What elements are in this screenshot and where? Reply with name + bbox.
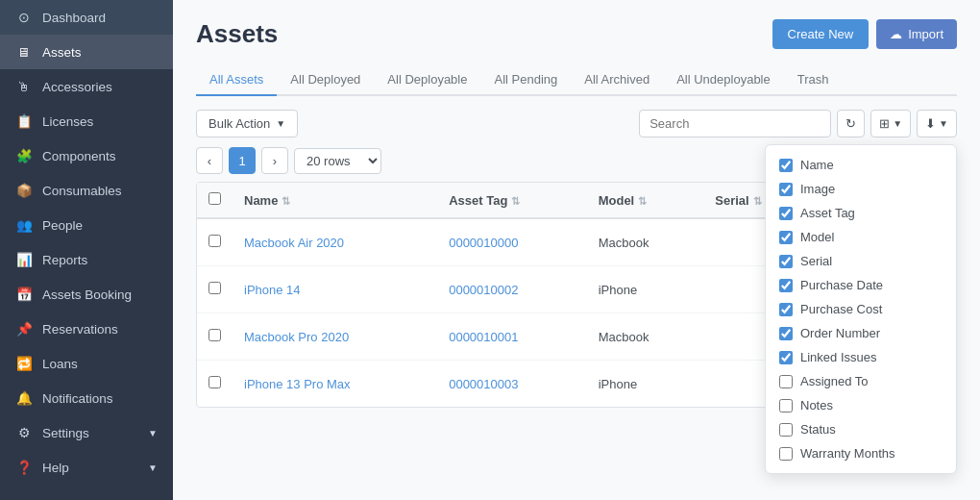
sort-icon: ⇅ xyxy=(282,195,290,207)
row-checkbox[interactable] xyxy=(208,376,221,388)
bulk-action-button[interactable]: Bulk Action ▼ xyxy=(196,110,298,138)
row-checkbox[interactable] xyxy=(208,235,221,247)
sort-icon: ⇅ xyxy=(511,195,520,207)
row-checkbox[interactable] xyxy=(208,282,221,294)
col-toggle-purchase-cost[interactable]: Purchase Cost xyxy=(766,297,956,321)
asset-tag-link[interactable]: 0000010003 xyxy=(449,377,518,391)
tab-all-assets[interactable]: All Assets xyxy=(196,64,277,96)
col-toggle-name[interactable]: Name xyxy=(766,153,956,177)
col-label: Warranty Months xyxy=(800,446,895,461)
sidebar-item-licenses[interactable]: 📋 Licenses xyxy=(0,104,173,138)
columns-toggle-button[interactable]: ⊞ ▼ xyxy=(870,110,911,138)
col-checkbox-serial[interactable] xyxy=(779,255,793,268)
col-header-asset-tag[interactable]: Asset Tag⇅ xyxy=(437,183,587,218)
next-page-button[interactable]: › xyxy=(261,147,288,174)
asset-tag-link[interactable]: 0000010002 xyxy=(449,283,518,297)
title-actions: Create New ☁ Import xyxy=(772,19,957,49)
col-toggle-serial[interactable]: Serial xyxy=(766,249,956,273)
create-new-button[interactable]: Create New xyxy=(772,19,870,49)
tab-trash[interactable]: Trash xyxy=(784,64,843,96)
asset-name-link[interactable]: Macbook Air 2020 xyxy=(244,236,344,250)
col-checkbox-warranty-months[interactable] xyxy=(779,447,793,461)
people-icon: 👥 xyxy=(15,216,33,234)
asset-tag-cell: 0000010002 xyxy=(437,266,587,313)
sidebar-item-components[interactable]: 🧩 Components xyxy=(0,138,173,173)
col-checkbox-name[interactable] xyxy=(779,159,793,172)
tab-all-deployable[interactable]: All Deployable xyxy=(374,64,480,96)
dashboard-icon: ⊙ xyxy=(15,9,33,26)
expand-icon: ▼ xyxy=(148,462,158,473)
reservations-icon: 📌 xyxy=(15,320,33,338)
sidebar-item-assets[interactable]: 🖥 Assets xyxy=(0,35,173,69)
asset-tag-link[interactable]: 0000010000 xyxy=(449,236,518,250)
col-checkbox-model[interactable] xyxy=(779,231,793,244)
col-label: Purchase Cost xyxy=(800,302,882,316)
col-toggle-model[interactable]: Model xyxy=(766,225,956,249)
col-header-name[interactable]: Name⇅ xyxy=(233,183,437,218)
col-checkbox-purchase-cost[interactable] xyxy=(779,303,793,316)
prev-page-button[interactable]: ‹ xyxy=(196,147,223,174)
col-toggle-order-number[interactable]: Order Number xyxy=(766,321,956,345)
asset-name-link[interactable]: iPhone 14 xyxy=(244,283,301,297)
col-toggle-warranty-months[interactable]: Warranty Months xyxy=(766,441,956,465)
col-toggle-purchase-date[interactable]: Purchase Date xyxy=(766,273,956,297)
export-button[interactable]: ⬇ ▼ xyxy=(917,110,957,138)
col-checkbox-notes[interactable] xyxy=(779,399,793,412)
col-checkbox-linked-issues[interactable] xyxy=(779,351,793,364)
header-select-all xyxy=(197,183,233,218)
sidebar-item-assets-booking[interactable]: 📅 Assets Booking xyxy=(0,277,173,312)
import-button[interactable]: ☁ Import xyxy=(876,19,957,49)
tab-all-pending[interactable]: All Pending xyxy=(480,64,571,96)
col-toggle-asset-tag[interactable]: Asset Tag xyxy=(766,201,956,225)
asset-name-link[interactable]: iPhone 13 Pro Max xyxy=(244,377,351,391)
sidebar-item-people[interactable]: 👥 People xyxy=(0,208,173,242)
sidebar-item-notifications[interactable]: 🔔 Notifications xyxy=(0,381,173,415)
tab-all-archived[interactable]: All Archived xyxy=(571,64,663,96)
col-header-model[interactable]: Model⇅ xyxy=(587,183,704,218)
page-title: Assets xyxy=(196,19,278,49)
row-checkbox[interactable] xyxy=(208,329,221,341)
columns-icon: ⊞ xyxy=(879,116,890,131)
col-toggle-assigned-to[interactable]: Assigned To xyxy=(766,369,956,393)
sidebar-item-dashboard[interactable]: ⊙ Dashboard xyxy=(0,0,173,35)
sidebar-item-help[interactable]: ❓ Help ▼ xyxy=(0,450,173,485)
rows-per-page-select[interactable]: 20 rows50 rows100 rows xyxy=(294,148,381,174)
current-page: 1 xyxy=(229,147,256,174)
sidebar-item-reservations[interactable]: 📌 Reservations xyxy=(0,312,173,346)
select-all-checkbox[interactable] xyxy=(208,192,221,205)
refresh-button[interactable]: ↻ xyxy=(837,110,865,138)
col-label: Image xyxy=(800,182,835,196)
asset-name-cell: iPhone 13 Pro Max xyxy=(233,361,437,408)
asset-tag-link[interactable]: 0000010001 xyxy=(449,330,518,344)
tab-all-undeployable[interactable]: All Undeployable xyxy=(663,64,784,96)
asset-tag-cell: 0000010000 xyxy=(437,218,587,266)
licenses-icon: 📋 xyxy=(15,112,33,130)
sidebar-label-help: Help xyxy=(42,461,69,475)
col-toggle-image[interactable]: Image xyxy=(766,177,956,201)
sidebar-item-settings[interactable]: ⚙ Settings ▼ xyxy=(0,415,173,450)
col-checkbox-status[interactable] xyxy=(779,423,793,437)
asset-name-cell: iPhone 14 xyxy=(233,266,437,313)
col-checkbox-purchase-date[interactable] xyxy=(779,279,793,292)
asset-name-link[interactable]: Macbook Pro 2020 xyxy=(244,330,349,344)
title-row: Assets Create New ☁ Import xyxy=(196,19,957,49)
col-checkbox-order-number[interactable] xyxy=(779,327,793,340)
main-content: Assets Create New ☁ Import All AssetsAll… xyxy=(173,0,980,500)
chevron-down-icon: ▼ xyxy=(893,118,902,129)
col-checkbox-asset-tag[interactable] xyxy=(779,207,793,220)
col-label: Asset Tag xyxy=(800,206,855,220)
sidebar-item-loans[interactable]: 🔁 Loans xyxy=(0,346,173,381)
sidebar-label-licenses: Licenses xyxy=(42,114,93,129)
col-toggle-status[interactable]: Status xyxy=(766,417,956,441)
sidebar-item-consumables[interactable]: 📦 Consumables xyxy=(0,173,173,208)
col-checkbox-assigned-to[interactable] xyxy=(779,375,793,388)
col-toggle-notes[interactable]: Notes xyxy=(766,393,956,417)
col-checkbox-image[interactable] xyxy=(779,183,793,196)
notifications-icon: 🔔 xyxy=(15,389,33,407)
sidebar-label-assets: Assets xyxy=(42,45,82,60)
col-toggle-linked-issues[interactable]: Linked Issues xyxy=(766,345,956,369)
sidebar-item-reports[interactable]: 📊 Reports xyxy=(0,242,173,277)
sidebar-item-accessories[interactable]: 🖱 Accessories xyxy=(0,69,173,104)
search-input[interactable] xyxy=(639,110,831,138)
tab-all-deployed[interactable]: All Deployed xyxy=(277,64,374,96)
